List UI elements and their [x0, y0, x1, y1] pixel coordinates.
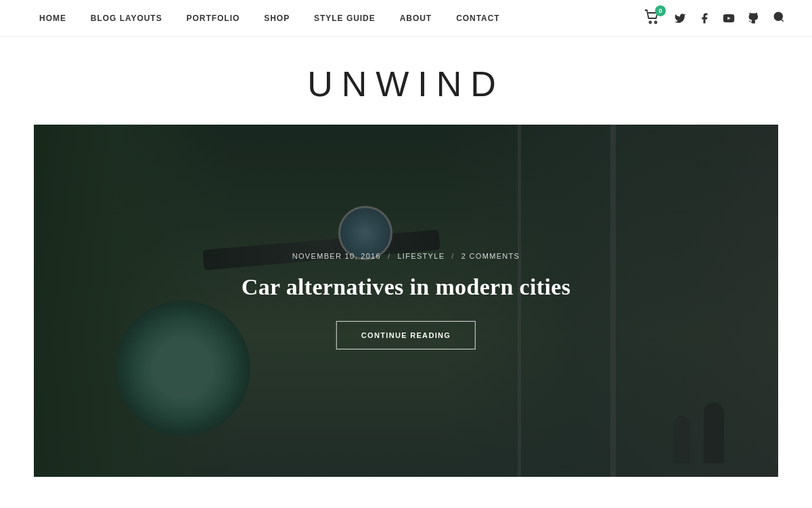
nav-shop[interactable]: SHOP — [252, 0, 302, 37]
site-title-section: UNWIND — [0, 37, 812, 125]
nav-style-guide[interactable]: STYLE GUIDE — [302, 0, 388, 37]
nav-contact[interactable]: CONTACT — [444, 0, 512, 37]
svg-point-3 — [774, 12, 782, 20]
hero-date: NOVEMBER 10, 2016 — [292, 252, 381, 260]
nav-blog-layouts[interactable]: BLOG LAYOUTS — [78, 0, 175, 37]
search-icon — [773, 11, 785, 23]
search-button[interactable] — [773, 11, 785, 26]
cart-badge: 0 — [655, 5, 666, 16]
separator-1: / — [388, 252, 390, 260]
twitter-icon[interactable] — [674, 12, 686, 24]
header-right: 0 — [644, 9, 785, 27]
svg-point-0 — [650, 21, 652, 23]
nav-about[interactable]: ABOUT — [388, 0, 444, 37]
hero-comments: 2 COMMENTS — [461, 252, 520, 260]
svg-line-4 — [781, 19, 783, 21]
youtube-icon[interactable] — [723, 12, 735, 24]
github-icon[interactable] — [747, 12, 759, 24]
hero-meta: NOVEMBER 10, 2016 / LIFESTYLE / 2 COMMEN… — [242, 252, 571, 260]
site-title: UNWIND — [0, 64, 812, 104]
site-header: HOME BLOG LAYOUTS PORTFOLIO SHOP STYLE G… — [0, 0, 812, 37]
main-navigation: HOME BLOG LAYOUTS PORTFOLIO SHOP STYLE G… — [27, 0, 512, 37]
nav-portfolio[interactable]: PORTFOLIO — [175, 0, 252, 37]
nav-home[interactable]: HOME — [27, 0, 78, 37]
social-links — [674, 12, 759, 24]
separator-2: / — [451, 252, 454, 260]
hero-content: NOVEMBER 10, 2016 / LIFESTYLE / 2 COMMEN… — [242, 252, 571, 350]
continue-reading-button[interactable]: CONTINUE READING — [336, 321, 476, 350]
hero-category: LIFESTYLE — [397, 252, 445, 260]
facebook-icon[interactable] — [698, 12, 710, 24]
svg-point-1 — [655, 21, 657, 23]
cart-button[interactable]: 0 — [644, 9, 660, 27]
hero-title: Car alternatives in modern cities — [242, 272, 571, 302]
hero-section: NOVEMBER 10, 2016 / LIFESTYLE / 2 COMMEN… — [34, 125, 778, 477]
